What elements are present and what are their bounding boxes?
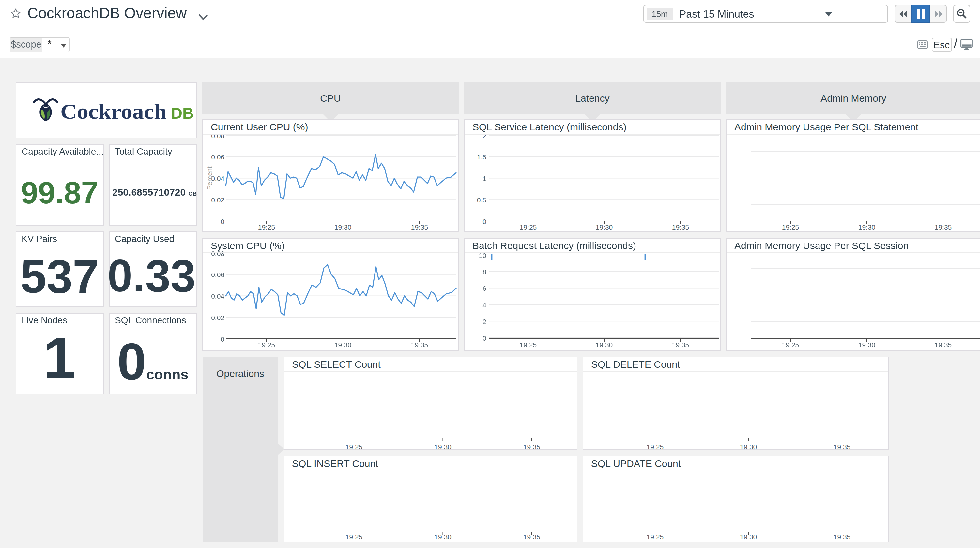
svg-text:0: 0	[482, 218, 487, 225]
svg-text:19:35: 19:35	[672, 341, 689, 348]
svg-text:19:30: 19:30	[334, 341, 352, 348]
svg-text:19:25: 19:25	[782, 223, 799, 231]
svg-text:19:35: 19:35	[834, 533, 851, 540]
svg-text:0.02: 0.02	[211, 196, 224, 204]
svg-text:19:35: 19:35	[934, 223, 951, 231]
svg-text:8: 8	[482, 268, 487, 275]
svg-text:1.5: 1.5	[477, 153, 487, 161]
svg-text:Cockroach: Cockroach	[60, 100, 167, 122]
svg-text:19:35: 19:35	[411, 223, 428, 231]
svg-text:19:30: 19:30	[596, 341, 613, 348]
svg-text:1: 1	[482, 175, 487, 182]
svg-text:2: 2	[482, 318, 487, 325]
svg-text:4: 4	[482, 301, 487, 308]
svg-text:19:30: 19:30	[858, 223, 875, 231]
svg-text:19:30: 19:30	[858, 341, 875, 348]
svg-text:19:35: 19:35	[672, 223, 689, 231]
svg-text:0.06: 0.06	[211, 153, 224, 161]
svg-text:19:25: 19:25	[647, 533, 664, 540]
svg-text:0: 0	[221, 218, 224, 225]
svg-text:0.5: 0.5	[477, 196, 487, 204]
svg-text:19:25: 19:25	[520, 341, 537, 348]
svg-text:0.04: 0.04	[211, 292, 224, 300]
svg-text:19:30: 19:30	[596, 223, 613, 231]
svg-text:0: 0	[482, 334, 487, 342]
svg-text:0.06: 0.06	[211, 270, 224, 278]
svg-text:0.02: 0.02	[211, 314, 224, 321]
svg-text:19:30: 19:30	[334, 223, 352, 231]
svg-text:19:25: 19:25	[520, 223, 537, 231]
svg-text:19:30: 19:30	[740, 443, 757, 449]
svg-text:19:25: 19:25	[258, 223, 275, 231]
svg-text:19:35: 19:35	[523, 443, 540, 449]
svg-text:DB: DB	[171, 105, 194, 122]
svg-text:19:30: 19:30	[434, 443, 451, 449]
svg-text:19:35: 19:35	[934, 341, 951, 348]
svg-text:19:25: 19:25	[647, 443, 664, 449]
svg-text:19:35: 19:35	[523, 533, 540, 540]
svg-text:19:35: 19:35	[411, 341, 428, 348]
svg-text:Percent: Percent	[206, 166, 213, 190]
svg-text:0: 0	[221, 335, 224, 343]
svg-text:19:35: 19:35	[834, 443, 851, 449]
svg-text:6: 6	[482, 284, 487, 292]
svg-text:19:25: 19:25	[345, 443, 363, 449]
svg-text:19:25: 19:25	[258, 341, 275, 348]
svg-text:19:25: 19:25	[345, 533, 363, 540]
svg-text:19:30: 19:30	[434, 533, 451, 540]
svg-text:19:30: 19:30	[740, 533, 757, 540]
svg-text:19:25: 19:25	[782, 341, 799, 348]
